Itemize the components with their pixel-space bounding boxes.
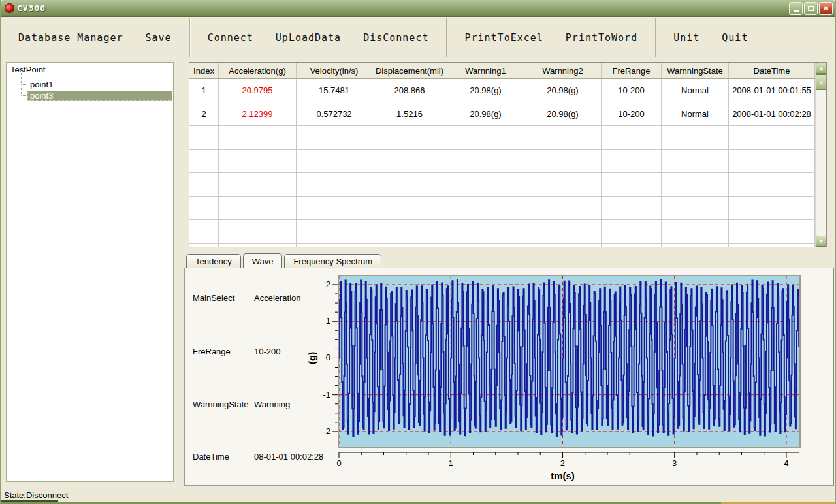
scroll-up-icon[interactable]: ▲ (816, 63, 827, 74)
table-row-empty (189, 197, 815, 220)
waveform-chart: -2-1012(g)01234tm(s) (298, 270, 821, 486)
table-cell (372, 244, 447, 247)
titlebar[interactable]: CV300 ✕ (1, 0, 835, 17)
tree-item-label: point3 (27, 91, 172, 101)
column-header: Acceleration(g) (219, 63, 297, 79)
table-cell: 1.5216 (372, 102, 447, 126)
table-cell: 208.866 (372, 79, 447, 102)
table-cell (297, 126, 372, 150)
column-header: Index (189, 63, 219, 79)
y-tick-label: 1 (326, 316, 330, 326)
table-header-row: IndexAcceleration(g)Velocity(in/s)Displa… (189, 63, 815, 79)
table-cell: 2 (189, 102, 219, 126)
table-cell (297, 197, 372, 220)
y-tick-label: 0 (326, 353, 330, 362)
table-cell (219, 126, 297, 150)
close-button[interactable]: ✕ (819, 2, 833, 15)
table-cell (219, 220, 297, 244)
column-header: Warnning1 (447, 63, 524, 79)
toolbar-group-0: Database ManagerSave (1, 18, 190, 57)
tree-item-point1[interactable]: point1 (7, 79, 173, 89)
table-cell (372, 220, 447, 244)
info-label: MainSelect (193, 293, 249, 303)
toolbar: Database ManagerSaveConnectUpLoadDataDis… (1, 18, 835, 57)
table-row-empty (189, 220, 815, 244)
printtoexcel-button[interactable]: PrintToExcel (453, 28, 554, 48)
table-cell (662, 197, 729, 220)
table-cell (372, 126, 447, 150)
tree-item-point3[interactable]: point3 (7, 90, 173, 101)
table-cell: 1 (189, 79, 219, 102)
y-tick-label: 2 (326, 279, 330, 289)
testpoint-panel: TestPoint point1point3 (6, 62, 174, 482)
printtoword-button[interactable]: PrintToWord (555, 28, 649, 48)
table-cell (524, 244, 602, 247)
table-cell (219, 150, 297, 173)
toolbar-group-3: UnitQuit (656, 18, 765, 57)
table-cell: 2008-01-01 00:01:55 (729, 79, 815, 102)
table-cell (524, 173, 602, 197)
scrollbar-thumb[interactable]: ≡ (816, 74, 827, 90)
tree-connector (21, 95, 27, 96)
maximize-button[interactable] (804, 2, 818, 15)
table-cell (729, 126, 815, 150)
toolbar-group-1: ConnectUpLoadDataDisConnect (190, 18, 447, 57)
table-cell: 20.98(g) (447, 102, 524, 126)
table-cell (297, 244, 372, 247)
info-row-mainselect: MainSelectAcceleration (193, 293, 301, 303)
table-scrollbar[interactable]: ▲ ≡ ▼ (815, 63, 826, 247)
info-label: WarnningState (193, 400, 249, 409)
table-cell (662, 126, 729, 150)
measurement-table: IndexAcceleration(g)Velocity(in/s)Displa… (189, 62, 827, 247)
x-tick-label: 0 (336, 458, 341, 468)
database-manager-button[interactable]: Database Manager (7, 28, 135, 48)
table-cell (297, 150, 372, 173)
table-cell (189, 173, 219, 197)
table-cell (447, 126, 524, 150)
info-value: Warnning (254, 400, 290, 409)
table-cell: 20.9795 (219, 79, 297, 102)
table-row-empty (189, 150, 815, 173)
table-cell (602, 173, 662, 197)
connect-button[interactable]: Connect (197, 28, 265, 48)
chart-tabs: TendencyWaveFrequency Spectrum (186, 254, 381, 268)
save-button[interactable]: Save (135, 28, 183, 48)
table-row-empty (189, 244, 815, 247)
table-cell: 20.98(g) (447, 79, 524, 102)
tab-wave[interactable]: Wave (243, 253, 283, 268)
unit-button[interactable]: Unit (662, 28, 711, 48)
table-row[interactable]: 120.979515.7481208.86620.98(g)20.98(g)10… (189, 79, 815, 102)
table-cell (524, 126, 602, 150)
table-cell (524, 197, 602, 220)
tree-connector (21, 84, 22, 95)
tab-tendency[interactable]: Tendency (186, 254, 241, 268)
table-cell (662, 244, 729, 247)
x-tick-label: 1 (449, 458, 453, 468)
quit-button[interactable]: Quit (711, 28, 759, 48)
column-header: Warnning2 (524, 63, 602, 79)
table-cell (729, 197, 815, 220)
table-cell (524, 220, 602, 244)
column-header: Velocity(in/s) (297, 63, 372, 79)
table-row[interactable]: 22.123990.5727321.521620.98(g)20.98(g)10… (189, 102, 815, 126)
x-axis-title: tm(s) (551, 470, 575, 481)
table-cell (447, 150, 524, 173)
testpoint-header: TestPoint (7, 63, 173, 76)
table-row-empty (189, 173, 815, 197)
y-axis-title: (g) (306, 352, 317, 364)
info-row-frerange: FreRange10-200 (193, 347, 280, 356)
info-row-warnningstate: WarnningStateWarnning (193, 400, 290, 409)
table-cell: Normal (662, 79, 729, 102)
table-cell (189, 150, 219, 173)
scroll-down-icon[interactable]: ▼ (816, 236, 827, 247)
table-cell (189, 244, 219, 247)
minimize-button[interactable] (789, 2, 803, 15)
uploaddata-button[interactable]: UpLoadData (265, 28, 352, 48)
statusbar: State:Disconnect (1, 487, 835, 504)
table-cell: 15.7481 (297, 79, 372, 102)
x-tick-label: 2 (560, 458, 565, 468)
table-cell (447, 220, 524, 244)
tab-frequency-spectrum[interactable]: Frequency Spectrum (284, 254, 381, 268)
disconnect-button[interactable]: DisConnect (352, 28, 440, 48)
table-cell (662, 173, 729, 197)
